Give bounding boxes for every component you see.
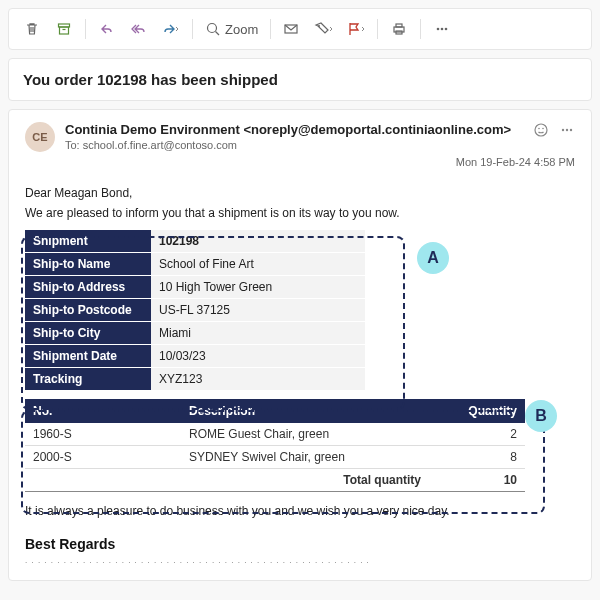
- forward-button[interactable]: [156, 15, 186, 43]
- more-actions-button[interactable]: [427, 15, 457, 43]
- intro-line: We are pleased to inform you that a ship…: [25, 206, 575, 220]
- svg-rect-6: [396, 24, 402, 27]
- label-ship-to-address: Ship-to Address: [25, 276, 151, 299]
- print-button[interactable]: [384, 15, 414, 43]
- svg-point-14: [562, 129, 564, 131]
- toolbar-separator: [377, 19, 378, 39]
- value-ship-to-address: 10 High Tower Green: [151, 276, 365, 299]
- categorize-button[interactable]: [309, 15, 339, 43]
- zoom-button[interactable]: Zoom: [199, 21, 264, 37]
- total-value: 10: [429, 469, 525, 492]
- value-ship-to-name: School of Fine Art: [151, 253, 365, 276]
- col-quantity: Quantity: [429, 399, 525, 423]
- col-no: No.: [25, 399, 181, 423]
- cell-no: 1960-S: [25, 423, 181, 446]
- sender-display: Continia Demo Environment <noreply@demop…: [65, 122, 523, 137]
- print-icon: [391, 21, 407, 37]
- toolbar-separator: [270, 19, 271, 39]
- regards-line: Best Regards: [25, 536, 575, 552]
- reply-button[interactable]: [92, 15, 122, 43]
- company-line: CRONUS UK Ltd.: [25, 577, 575, 581]
- archive-button[interactable]: [49, 15, 79, 43]
- value-ship-to-postcode: US-FL 37125: [151, 299, 365, 322]
- email-toolbar: Zoom: [8, 8, 592, 50]
- recipient-line: To: school.of.fine.art@contoso.com: [65, 139, 523, 151]
- svg-point-15: [566, 129, 568, 131]
- annotation-badge-a: A: [417, 242, 449, 274]
- table-row: Ship-to Address10 High Tower Green: [25, 276, 365, 299]
- svg-point-9: [441, 28, 444, 31]
- greeting-line: Dear Meagan Bond,: [25, 186, 575, 200]
- label-ship-to-name: Ship-to Name: [25, 253, 151, 276]
- col-description: Description: [181, 399, 429, 423]
- value-shipment: 102198: [151, 230, 365, 253]
- ellipsis-icon: [559, 122, 575, 138]
- shipment-lines-table: No. Description Quantity 1960-S ROME Gue…: [25, 399, 525, 492]
- smiley-icon: [533, 122, 549, 138]
- email-subject: You order 102198 has been shipped: [8, 58, 592, 101]
- cell-description: ROME Guest Chair, green: [181, 423, 429, 446]
- ellipsis-icon: [434, 21, 450, 37]
- value-shipment-date: 10/03/23: [151, 345, 365, 368]
- total-label: Total quantity: [181, 469, 429, 492]
- to-address: school.of.fine.art@contoso.com: [83, 139, 237, 151]
- cell-quantity: 2: [429, 423, 525, 446]
- table-row: Shipment Date10/03/23: [25, 345, 365, 368]
- toolbar-separator: [85, 19, 86, 39]
- svg-point-4: [318, 25, 320, 27]
- table-row: Ship-to CityMiami: [25, 322, 365, 345]
- message-more-button[interactable]: [559, 122, 575, 138]
- toolbar-separator: [420, 19, 421, 39]
- svg-point-10: [445, 28, 448, 31]
- toolbar-separator: [192, 19, 193, 39]
- table-row: TrackingXYZ123: [25, 368, 365, 391]
- label-shipment: Shipment: [25, 230, 151, 253]
- email-body: Dear Meagan Bond, We are pleased to info…: [25, 186, 575, 581]
- flag-icon: [346, 21, 366, 37]
- svg-point-16: [570, 129, 572, 131]
- reply-all-icon: [130, 21, 148, 37]
- table-row: Shipment102198: [25, 230, 365, 253]
- reply-icon: [99, 21, 115, 37]
- table-row: Ship-to NameSchool of Fine Art: [25, 253, 365, 276]
- flag-button[interactable]: [341, 15, 371, 43]
- value-tracking: XYZ123: [151, 368, 365, 391]
- label-tracking: Tracking: [25, 368, 151, 391]
- label-ship-to-city: Ship-to City: [25, 322, 151, 345]
- table-header-row: No. Description Quantity: [25, 399, 525, 423]
- svg-point-2: [208, 24, 217, 33]
- delete-button[interactable]: [17, 15, 47, 43]
- to-prefix: To:: [65, 139, 80, 151]
- label-shipment-date: Shipment Date: [25, 345, 151, 368]
- mark-read-button[interactable]: [277, 15, 307, 43]
- table-row: 2000-S SYDNEY Swivel Chair, green 8: [25, 446, 525, 469]
- separator-dots: · · · · · · · · · · · · · · · · · · · · …: [25, 558, 575, 567]
- table-row: 1960-S ROME Guest Chair, green 2: [25, 423, 525, 446]
- svg-point-12: [538, 128, 540, 130]
- shipment-header-table: Shipment102198 Ship-to NameSchool of Fin…: [25, 230, 365, 391]
- cell-quantity: 8: [429, 446, 525, 469]
- tag-icon: [314, 21, 334, 37]
- received-date: Mon 19-Feb-24 4:58 PM: [25, 156, 575, 168]
- annotation-badge-b: B: [525, 400, 557, 432]
- envelope-icon: [283, 21, 301, 37]
- react-button[interactable]: [533, 122, 549, 138]
- table-row: Ship-to PostcodeUS-FL 37125: [25, 299, 365, 322]
- zoom-label: Zoom: [225, 22, 258, 37]
- closing-line: It is always a pleasure to do business w…: [25, 504, 575, 518]
- label-ship-to-postcode: Ship-to Postcode: [25, 299, 151, 322]
- svg-point-13: [542, 128, 544, 130]
- total-row: Total quantity 10: [25, 469, 525, 492]
- forward-icon: [161, 21, 181, 37]
- cell-description: SYDNEY Swivel Chair, green: [181, 446, 429, 469]
- trash-icon: [24, 21, 40, 37]
- value-ship-to-city: Miami: [151, 322, 365, 345]
- svg-rect-1: [60, 27, 69, 34]
- cell-no: 2000-S: [25, 446, 181, 469]
- archive-icon: [56, 21, 72, 37]
- sender-avatar[interactable]: CE: [25, 122, 55, 152]
- email-header: CE Continia Demo Environment <noreply@de…: [25, 122, 575, 152]
- svg-point-11: [535, 124, 547, 136]
- reply-all-button[interactable]: [124, 15, 154, 43]
- email-message: CE Continia Demo Environment <noreply@de…: [8, 109, 592, 581]
